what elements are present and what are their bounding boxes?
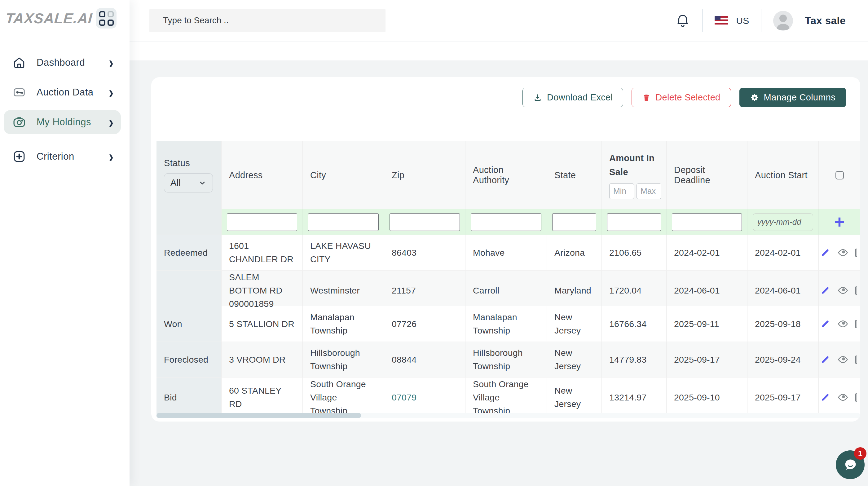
header-select-all xyxy=(819,141,860,209)
avatar-icon xyxy=(773,11,793,31)
row-checkbox[interactable] xyxy=(855,393,857,402)
filter-deposit-deadline-input[interactable] xyxy=(672,213,742,231)
row-checkbox[interactable] xyxy=(855,286,857,295)
amount-in-sale-label: Amount In Sale xyxy=(609,151,656,179)
table-body: Redeemed 1601 CHANDLER DR LAKE HAVASU CI… xyxy=(156,235,860,413)
bell-icon[interactable] xyxy=(675,13,690,29)
eye-icon[interactable] xyxy=(837,354,848,365)
apps-grid-icon[interactable] xyxy=(96,8,117,29)
header-amount-in-sale: Amount In Sale xyxy=(602,141,666,209)
sidebar-item-label: Dashboard xyxy=(37,57,109,68)
edit-pencil-icon[interactable] xyxy=(820,247,831,258)
cell-amount-in-sale: 13214.97 xyxy=(602,377,666,417)
plus-square-icon xyxy=(11,149,27,164)
status-filter-select[interactable]: All xyxy=(164,173,213,192)
avatar[interactable] xyxy=(773,11,793,31)
sidebar-item-criterion[interactable]: Criterion › xyxy=(4,145,121,169)
cell-auction-authority: Mohave xyxy=(465,235,547,270)
cell-state: Arizona xyxy=(547,235,602,270)
row-checkbox[interactable] xyxy=(855,249,857,257)
edit-pencil-icon[interactable] xyxy=(820,318,831,330)
chevron-right-icon: › xyxy=(109,84,114,101)
edit-pencil-icon[interactable] xyxy=(820,354,831,365)
delete-selected-button[interactable]: Delete Selected xyxy=(631,88,731,107)
cell-auction-start: 2025-09-24 xyxy=(747,342,819,377)
download-excel-button[interactable]: Download Excel xyxy=(523,88,623,107)
row-checkbox[interactable] xyxy=(855,356,857,364)
filter-city-input[interactable] xyxy=(308,213,379,231)
table-row: Won 5 STALLION DR Manalapan Township 077… xyxy=(156,306,860,341)
cell-auction-start: 2024-06-01 xyxy=(747,271,819,310)
select-all-checkbox[interactable] xyxy=(835,171,844,179)
cell-auction-authority: South Orange Village Township xyxy=(465,377,547,417)
download-icon xyxy=(533,93,542,102)
cell-zip: 86403 xyxy=(384,235,465,270)
cell-state: New Jersey xyxy=(547,377,602,417)
filter-address-input[interactable] xyxy=(227,213,297,231)
cell-deposit-deadline: 2024-06-01 xyxy=(666,271,747,310)
cell-actions xyxy=(819,306,860,341)
cell-deposit-deadline: 2025-09-11 xyxy=(666,306,747,341)
cell-state: New Jersey xyxy=(547,342,602,377)
table-filter-row: + xyxy=(156,209,860,235)
status-header-label: Status xyxy=(164,158,214,168)
amount-min-input[interactable] xyxy=(609,183,634,199)
table-row: SALEM BOTTOM RD 090001859 Westminster 21… xyxy=(156,270,860,306)
trash-icon xyxy=(642,93,651,102)
sidebar-item-my-holdings[interactable]: My Holdings › xyxy=(4,110,121,134)
topbar-right: US Tax sale xyxy=(675,0,846,41)
download-excel-label: Download Excel xyxy=(547,92,613,102)
search-input[interactable] xyxy=(149,9,385,32)
user-name[interactable]: Tax sale xyxy=(805,15,846,27)
chevron-right-icon: › xyxy=(109,114,114,131)
cell-zip: 07726 xyxy=(384,306,465,341)
cell-state: Maryland xyxy=(547,271,602,310)
top-bar: US Tax sale xyxy=(129,0,868,41)
us-flag-icon[interactable] xyxy=(715,16,728,25)
eye-icon[interactable] xyxy=(837,247,848,258)
row-checkbox[interactable] xyxy=(855,320,857,328)
eye-icon[interactable] xyxy=(837,392,848,403)
zip-link[interactable]: 07079 xyxy=(392,391,416,404)
scrollbar-thumb[interactable] xyxy=(156,413,361,418)
app-logo[interactable]: TAXSALE.AI xyxy=(5,10,93,27)
cell-address: 5 STALLION DR xyxy=(222,306,303,341)
cell-status: Bid xyxy=(156,377,222,417)
filter-auction-authority-input[interactable] xyxy=(471,213,541,231)
header-auction-start: Auction Start xyxy=(747,141,819,209)
amount-max-input[interactable] xyxy=(637,183,661,199)
country-label[interactable]: US xyxy=(736,16,749,26)
add-row-plus-icon[interactable]: + xyxy=(834,213,845,231)
cell-actions xyxy=(819,342,860,377)
cell-city: LAKE HAVASU CITY xyxy=(303,235,384,270)
camera-icon xyxy=(11,114,27,130)
sidebar-item-auction-data[interactable]: Auction Data › xyxy=(4,80,121,104)
horizontal-scrollbar[interactable] xyxy=(156,413,860,418)
cell-city: Manalapan Township xyxy=(303,306,384,341)
header-auction-authority: Auction Authority xyxy=(465,141,547,209)
filter-zip-input[interactable] xyxy=(390,213,460,231)
sidebar-item-dashboard[interactable]: Dashboard › xyxy=(4,51,121,75)
filter-auction-start-date-input[interactable] xyxy=(753,213,813,231)
cell-auction-authority: Hillsborough Township xyxy=(465,342,547,377)
sidebar-item-label: Auction Data xyxy=(37,87,109,98)
eye-icon[interactable] xyxy=(837,318,848,330)
divider xyxy=(702,9,703,32)
table-row: Foreclosed 3 VROOM DR Hillsborough Towns… xyxy=(156,341,860,377)
edit-pencil-icon[interactable] xyxy=(820,285,831,296)
cell-amount-in-sale: 1720.04 xyxy=(602,271,666,310)
eye-icon[interactable] xyxy=(837,285,848,296)
sidebar-nav: Dashboard › Auction Data › xyxy=(0,48,129,172)
filter-amount-input[interactable] xyxy=(607,213,661,231)
filter-state-input[interactable] xyxy=(552,213,596,231)
edit-pencil-icon[interactable] xyxy=(820,392,831,403)
chat-widget-button[interactable]: 1 xyxy=(836,450,865,479)
manage-columns-label: Manage Columns xyxy=(764,92,836,102)
sidebar: TAXSALE.AI Dashboard › Au xyxy=(0,0,129,486)
cell-auction-start: 2024-02-01 xyxy=(747,235,819,270)
delete-selected-label: Delete Selected xyxy=(655,92,720,102)
cell-state: New Jersey xyxy=(547,306,602,341)
manage-columns-button[interactable]: Manage Columns xyxy=(739,88,846,107)
cell-address: SALEM BOTTOM RD 090001859 xyxy=(222,271,303,310)
chevron-right-icon: › xyxy=(109,54,114,71)
